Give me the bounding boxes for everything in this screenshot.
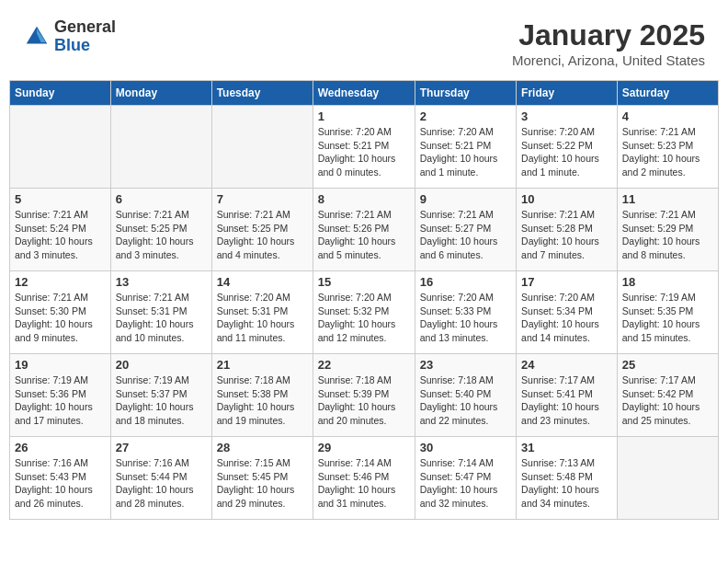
day-number: 3 [521, 109, 612, 123]
day-number: 9 [420, 192, 511, 206]
day-info: Sunrise: 7:20 AMSunset: 5:22 PMDaylight:… [521, 125, 612, 179]
calendar-cell: 12Sunrise: 7:21 AMSunset: 5:30 PMDayligh… [10, 271, 111, 354]
calendar-cell: 8Sunrise: 7:21 AMSunset: 5:26 PMDaylight… [313, 189, 415, 271]
calendar-cell [617, 437, 718, 520]
day-info: Sunrise: 7:20 AMSunset: 5:33 PMDaylight:… [420, 291, 511, 345]
calendar-cell: 23Sunrise: 7:18 AMSunset: 5:40 PMDayligh… [415, 354, 516, 437]
calendar-cell: 7Sunrise: 7:21 AMSunset: 5:25 PMDaylight… [211, 189, 313, 271]
calendar-cell: 22Sunrise: 7:18 AMSunset: 5:39 PMDayligh… [313, 354, 415, 437]
header-tuesday: Tuesday [211, 81, 313, 106]
calendar-cell: 9Sunrise: 7:21 AMSunset: 5:27 PMDaylight… [415, 189, 516, 271]
calendar-cell: 14Sunrise: 7:20 AMSunset: 5:31 PMDayligh… [211, 271, 313, 354]
calendar-cell: 19Sunrise: 7:19 AMSunset: 5:36 PMDayligh… [10, 354, 111, 437]
day-info: Sunrise: 7:14 AMSunset: 5:46 PMDaylight:… [318, 456, 410, 511]
header-sunday: Sunday [10, 81, 111, 106]
calendar-cell: 10Sunrise: 7:21 AMSunset: 5:28 PMDayligh… [517, 189, 618, 271]
location-text: Morenci, Arizona, United States [512, 52, 705, 68]
header-wednesday: Wednesday [313, 81, 415, 106]
calendar-cell: 30Sunrise: 7:14 AMSunset: 5:47 PMDayligh… [415, 437, 516, 520]
day-info: Sunrise: 7:21 AMSunset: 5:24 PMDaylight:… [15, 208, 106, 262]
calendar-cell: 24Sunrise: 7:17 AMSunset: 5:41 PMDayligh… [517, 354, 618, 437]
calendar-header-row: Sunday Monday Tuesday Wednesday Thursday… [10, 81, 719, 106]
day-number: 26 [15, 441, 106, 454]
day-number: 11 [622, 192, 713, 206]
day-info: Sunrise: 7:18 AMSunset: 5:39 PMDaylight:… [318, 373, 410, 428]
day-number: 15 [318, 275, 410, 289]
logo: General Blue [23, 18, 116, 55]
day-info: Sunrise: 7:20 AMSunset: 5:21 PMDaylight:… [318, 125, 410, 179]
day-number: 25 [622, 358, 713, 372]
day-number: 27 [116, 441, 207, 454]
calendar-cell: 29Sunrise: 7:14 AMSunset: 5:46 PMDayligh… [313, 437, 415, 520]
calendar-cell: 2Sunrise: 7:20 AMSunset: 5:21 PMDaylight… [415, 106, 516, 189]
calendar-cell: 27Sunrise: 7:16 AMSunset: 5:44 PMDayligh… [110, 437, 211, 520]
day-info: Sunrise: 7:20 AMSunset: 5:34 PMDaylight:… [521, 291, 612, 345]
calendar-week-row: 12Sunrise: 7:21 AMSunset: 5:30 PMDayligh… [10, 271, 719, 354]
day-number: 13 [116, 275, 207, 289]
calendar-cell: 18Sunrise: 7:19 AMSunset: 5:35 PMDayligh… [617, 271, 718, 354]
calendar-cell: 3Sunrise: 7:20 AMSunset: 5:22 PMDaylight… [517, 106, 618, 189]
day-info: Sunrise: 7:19 AMSunset: 5:37 PMDaylight:… [116, 373, 207, 428]
day-info: Sunrise: 7:21 AMSunset: 5:30 PMDaylight:… [15, 291, 106, 345]
day-info: Sunrise: 7:17 AMSunset: 5:42 PMDaylight:… [622, 373, 713, 428]
day-number: 20 [116, 358, 207, 372]
day-info: Sunrise: 7:21 AMSunset: 5:31 PMDaylight:… [116, 291, 207, 345]
day-number: 31 [521, 441, 612, 454]
calendar-cell: 31Sunrise: 7:13 AMSunset: 5:48 PMDayligh… [517, 437, 618, 520]
calendar-cell [110, 106, 211, 189]
day-number: 17 [521, 275, 612, 289]
header-monday: Monday [110, 81, 211, 106]
day-number: 16 [420, 275, 511, 289]
calendar-cell [211, 106, 313, 189]
day-number: 6 [116, 192, 207, 206]
header-saturday: Saturday [617, 81, 718, 106]
day-number: 24 [521, 358, 612, 372]
month-title: January 2025 [512, 18, 705, 52]
day-number: 2 [420, 109, 511, 123]
day-number: 19 [15, 358, 106, 372]
calendar-cell: 21Sunrise: 7:18 AMSunset: 5:38 PMDayligh… [211, 354, 313, 437]
calendar-cell: 6Sunrise: 7:21 AMSunset: 5:25 PMDaylight… [110, 189, 211, 271]
day-number: 12 [15, 275, 106, 289]
calendar-week-row: 26Sunrise: 7:16 AMSunset: 5:43 PMDayligh… [10, 437, 719, 520]
calendar-cell: 26Sunrise: 7:16 AMSunset: 5:43 PMDayligh… [10, 437, 111, 520]
day-number: 18 [622, 275, 713, 289]
calendar-cell: 17Sunrise: 7:20 AMSunset: 5:34 PMDayligh… [517, 271, 618, 354]
calendar-week-row: 1Sunrise: 7:20 AMSunset: 5:21 PMDaylight… [10, 106, 719, 189]
day-info: Sunrise: 7:19 AMSunset: 5:35 PMDaylight:… [622, 291, 713, 345]
day-info: Sunrise: 7:21 AMSunset: 5:27 PMDaylight:… [420, 208, 511, 262]
calendar-cell: 15Sunrise: 7:20 AMSunset: 5:32 PMDayligh… [313, 271, 415, 354]
day-info: Sunrise: 7:18 AMSunset: 5:40 PMDaylight:… [420, 373, 511, 428]
calendar-cell [10, 106, 111, 189]
header-friday: Friday [517, 81, 618, 106]
day-number: 10 [521, 192, 612, 206]
day-info: Sunrise: 7:13 AMSunset: 5:48 PMDaylight:… [521, 456, 612, 511]
title-section: January 2025 Morenci, Arizona, United St… [512, 18, 705, 68]
day-number: 22 [318, 358, 410, 372]
logo-general-text: General [54, 18, 116, 37]
day-info: Sunrise: 7:21 AMSunset: 5:23 PMDaylight:… [622, 125, 713, 179]
day-number: 23 [420, 358, 511, 372]
calendar-cell: 5Sunrise: 7:21 AMSunset: 5:24 PMDaylight… [10, 189, 111, 271]
calendar-cell: 13Sunrise: 7:21 AMSunset: 5:31 PMDayligh… [110, 271, 211, 354]
calendar-cell: 4Sunrise: 7:21 AMSunset: 5:23 PMDaylight… [617, 106, 718, 189]
logo-blue-text: Blue [54, 37, 116, 55]
calendar-cell: 20Sunrise: 7:19 AMSunset: 5:37 PMDayligh… [110, 354, 211, 437]
day-info: Sunrise: 7:21 AMSunset: 5:26 PMDaylight:… [318, 208, 410, 262]
calendar-cell: 25Sunrise: 7:17 AMSunset: 5:42 PMDayligh… [617, 354, 718, 437]
day-info: Sunrise: 7:19 AMSunset: 5:36 PMDaylight:… [15, 373, 106, 428]
page-header: General Blue January 2025 Morenci, Arizo… [9, 9, 719, 73]
calendar-table: Sunday Monday Tuesday Wednesday Thursday… [9, 80, 719, 520]
day-info: Sunrise: 7:15 AMSunset: 5:45 PMDaylight:… [217, 456, 308, 511]
day-info: Sunrise: 7:16 AMSunset: 5:44 PMDaylight:… [116, 456, 207, 511]
day-number: 28 [217, 441, 308, 454]
day-info: Sunrise: 7:16 AMSunset: 5:43 PMDaylight:… [15, 456, 106, 511]
day-info: Sunrise: 7:20 AMSunset: 5:31 PMDaylight:… [217, 291, 308, 345]
day-info: Sunrise: 7:21 AMSunset: 5:25 PMDaylight:… [116, 208, 207, 262]
day-info: Sunrise: 7:17 AMSunset: 5:41 PMDaylight:… [521, 373, 612, 428]
day-info: Sunrise: 7:20 AMSunset: 5:32 PMDaylight:… [318, 291, 410, 345]
day-number: 5 [15, 192, 106, 206]
calendar-cell: 11Sunrise: 7:21 AMSunset: 5:29 PMDayligh… [617, 189, 718, 271]
day-number: 7 [217, 192, 308, 206]
day-info: Sunrise: 7:18 AMSunset: 5:38 PMDaylight:… [217, 373, 308, 428]
